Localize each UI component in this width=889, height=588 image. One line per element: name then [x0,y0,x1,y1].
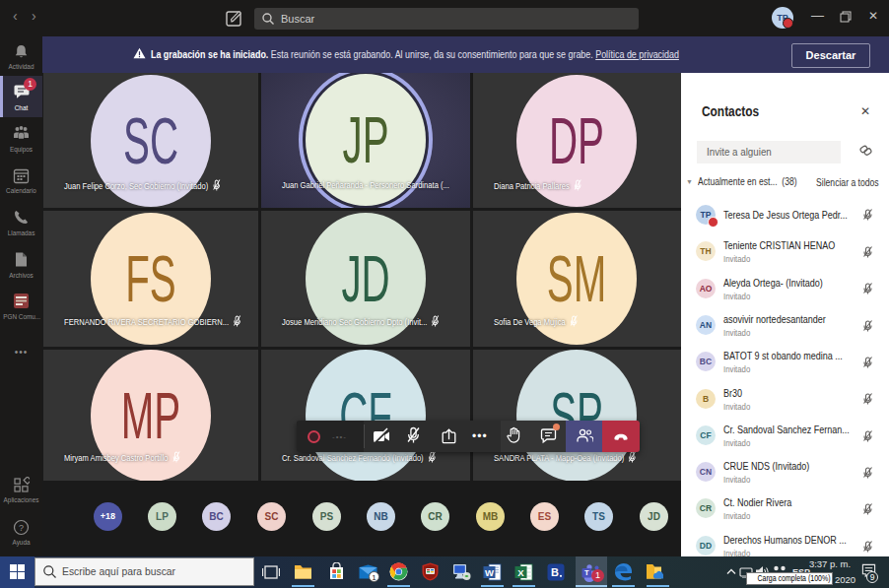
svg-text:W: W [485,567,494,578]
svg-text:B: B [551,566,559,578]
svg-text:T: T [584,568,589,577]
svg-text:?: ? [19,523,24,533]
svg-text:X: X [517,567,524,578]
